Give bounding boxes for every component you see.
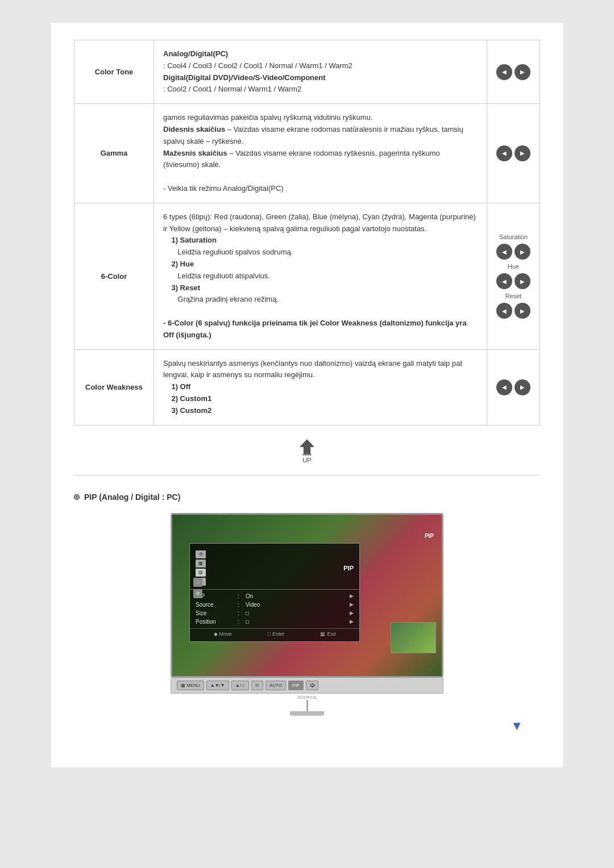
svg-marker-0	[300, 439, 314, 454]
row-icon-color-tone	[487, 40, 540, 104]
osd-arrow-icon: ▶	[350, 602, 354, 607]
osd-row-label: Source	[196, 602, 235, 608]
up-label: UP	[302, 457, 311, 464]
arrow-right-icon[interactable]	[515, 303, 530, 319]
osd-rows: PIP : On ▶ Source : Video ▶	[190, 590, 359, 628]
up-arrow-svg	[296, 437, 318, 457]
nav-arrows-color-weakness[interactable]	[496, 379, 530, 395]
arrow-left-icon[interactable]	[496, 303, 512, 319]
down-arrow-icon: ▼	[511, 719, 523, 733]
brightness-button[interactable]: ▲/☆	[231, 681, 249, 690]
monitor-screen: PIP ⚙ ▦ ▨ ✿ PIP	[171, 513, 443, 678]
nav-arrows-color-tone[interactable]	[496, 64, 530, 80]
pip-title: PIP (Analog / Digital : PC)	[74, 493, 540, 502]
arrow-left-icon[interactable]	[496, 64, 512, 80]
pip-screen-label: PIP	[425, 533, 434, 539]
arrow-right-icon[interactable]	[515, 273, 530, 289]
osd-row-value: □	[246, 610, 347, 616]
osd-footer-move: ◆ Move	[214, 631, 232, 637]
indicator-icon: ⚙	[193, 589, 202, 598]
osd-header: ⚙ ▦ ▨ ✿ PIP	[190, 548, 359, 590]
exit-label: Exit	[327, 631, 335, 637]
monitor-base	[290, 711, 324, 716]
osd-icon-3: ▨	[196, 569, 206, 577]
nav-arrows-saturation[interactable]	[496, 244, 530, 260]
up-section: UP	[74, 425, 540, 469]
arrow-right-icon[interactable]	[515, 145, 530, 161]
btn-group-left: ▦ MENU ▲▼/▼ ▲/☆ ⊙ AUTO PIP ⏻	[177, 681, 318, 690]
page-container: Color Tone Analog/Digital(PC) : Cool4 / …	[51, 23, 563, 767]
pip-button[interactable]: PIP	[288, 681, 304, 690]
move-label: Move	[219, 631, 232, 637]
enter-label: Enter	[272, 631, 285, 637]
circle-dot-icon	[74, 494, 80, 500]
osd-footer-exit: ▦ Exit	[320, 631, 335, 637]
monitor-wrapper: PIP ⚙ ▦ ▨ ✿ PIP	[74, 513, 540, 716]
adjust-button[interactable]: ▲▼/▼	[206, 681, 229, 690]
nav-arrows-hue[interactable]	[496, 273, 530, 289]
osd-footer-enter: □ Enter	[268, 631, 285, 637]
saturation-label: Saturation	[499, 233, 528, 240]
icon-group-6color: Saturation Hue Reset	[496, 233, 530, 319]
osd-row-pip: PIP : On ▶	[190, 592, 359, 600]
row-label-color-weakness: Color Weakness	[74, 349, 154, 425]
row-icon-gamma	[487, 104, 540, 203]
nav-arrows-gamma[interactable]	[496, 145, 530, 161]
arrow-left-icon[interactable]	[496, 273, 512, 289]
osd-title: PIP	[213, 565, 354, 571]
row-label-color-tone: Color Tone	[74, 40, 154, 104]
osd-icon-2: ▦	[196, 560, 206, 567]
input-button[interactable]: ⊙	[251, 681, 263, 690]
arrow-right-icon[interactable]	[515, 379, 530, 395]
arrow-right-icon[interactable]	[515, 244, 530, 260]
power-button[interactable]: ⏻	[306, 681, 318, 690]
indicator-icon: □	[193, 578, 202, 587]
osd-row-value: Video	[246, 602, 347, 608]
osd-row-value: □	[246, 619, 347, 625]
pip-section: PIP (Analog / Digital : PC) PIP ⚙ ▦	[74, 487, 540, 745]
osd-row-label: Position	[196, 619, 235, 625]
up-icon: UP	[296, 437, 318, 464]
menu-button[interactable]: ▦ MENU	[177, 681, 204, 690]
enter-icon: □	[268, 631, 271, 637]
monitor-stand	[306, 700, 308, 711]
hue-label: Hue	[508, 263, 519, 270]
table-row: 6-Color 6 types (6tipų): Red (raudona), …	[74, 203, 540, 349]
monitor-outer: PIP ⚙ ▦ ▨ ✿ PIP	[171, 513, 443, 716]
pip-title-text: PIP (Analog / Digital : PC)	[84, 493, 180, 502]
svg-rect-1	[302, 454, 312, 455]
row-desc-color-weakness: Spalvų neskiriantys asmenys (kenčiantys …	[154, 349, 487, 425]
row-label-gamma: Gamma	[74, 104, 154, 203]
row-icon-color-weakness	[487, 349, 540, 425]
table-row: Gamma gamos reguliavimas pakeičia spalvų…	[74, 104, 540, 203]
arrow-left-icon[interactable]	[496, 379, 512, 395]
row-label-6color: 6-Color	[74, 203, 154, 349]
osd-footer: ◆ Move □ Enter ▦ Exit	[190, 628, 359, 637]
source-label: SOURCE	[171, 695, 443, 700]
exit-icon: ▦	[320, 631, 325, 637]
osd-icon-1: ⚙	[196, 550, 206, 558]
row-icon-6color: Saturation Hue Reset	[487, 203, 540, 349]
menu-icon: ▦	[181, 683, 185, 688]
row-desc-gamma: gamos reguliavimas pakeičia spalvų ryšku…	[154, 104, 487, 203]
osd-arrow-icon: ▶	[350, 619, 354, 624]
pip-inset-window	[391, 622, 436, 653]
table-row: Color Tone Analog/Digital(PC) : Cool4 / …	[74, 40, 540, 104]
osd-row-source: Source : Video ▶	[190, 600, 359, 609]
row-desc-color-tone: Analog/Digital(PC) : Cool4 / Cool3 / Coo…	[154, 40, 487, 104]
nav-arrows-reset[interactable]	[496, 303, 530, 319]
osd-row-position: Position : □ ▶	[190, 617, 359, 626]
arrow-left-icon[interactable]	[496, 145, 512, 161]
row-desc-6color: 6 types (6tipų): Red (raudona), Green (ž…	[154, 203, 487, 349]
osd-arrow-icon: ▶	[350, 610, 354, 616]
osd-row-size: Size : □ ▶	[190, 609, 359, 617]
move-icon: ◆	[214, 631, 218, 637]
table-row: Color Weakness Spalvų neskiriantys asmen…	[74, 349, 540, 425]
reset-label: Reset	[505, 293, 522, 299]
arrow-right-icon[interactable]	[515, 64, 530, 80]
osd-left-indicators: □ ⚙	[193, 578, 202, 598]
arrow-left-icon[interactable]	[496, 244, 512, 260]
osd-arrow-icon: ▶	[350, 593, 354, 599]
auto-button[interactable]: AUTO	[265, 681, 286, 690]
osd-row-value: On	[246, 593, 347, 599]
